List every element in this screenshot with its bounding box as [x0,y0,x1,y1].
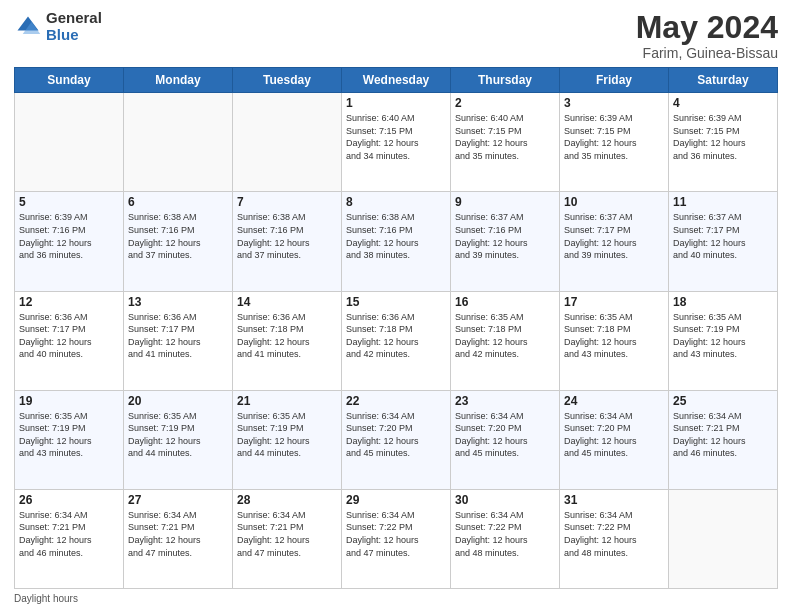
calendar-week-1: 5Sunrise: 6:39 AM Sunset: 7:16 PM Daylig… [15,192,778,291]
day-number: 23 [455,394,555,408]
calendar-cell: 28Sunrise: 6:34 AM Sunset: 7:21 PM Dayli… [233,489,342,588]
calendar-cell: 9Sunrise: 6:37 AM Sunset: 7:16 PM Daylig… [451,192,560,291]
day-number: 3 [564,96,664,110]
calendar-cell: 20Sunrise: 6:35 AM Sunset: 7:19 PM Dayli… [124,390,233,489]
header-saturday: Saturday [669,68,778,93]
calendar-title: May 2024 [636,10,778,45]
calendar-cell: 6Sunrise: 6:38 AM Sunset: 7:16 PM Daylig… [124,192,233,291]
logo-blue-text: Blue [46,27,102,44]
day-number: 15 [346,295,446,309]
calendar-cell: 31Sunrise: 6:34 AM Sunset: 7:22 PM Dayli… [560,489,669,588]
day-info: Sunrise: 6:39 AM Sunset: 7:15 PM Dayligh… [564,112,664,162]
day-number: 5 [19,195,119,209]
header-monday: Monday [124,68,233,93]
logo-text: General Blue [46,10,102,43]
day-info: Sunrise: 6:37 AM Sunset: 7:16 PM Dayligh… [455,211,555,261]
calendar-cell: 14Sunrise: 6:36 AM Sunset: 7:18 PM Dayli… [233,291,342,390]
day-number: 26 [19,493,119,507]
day-number: 13 [128,295,228,309]
day-info: Sunrise: 6:35 AM Sunset: 7:19 PM Dayligh… [237,410,337,460]
day-info: Sunrise: 6:35 AM Sunset: 7:19 PM Dayligh… [19,410,119,460]
logo-icon [14,13,42,41]
calendar-cell [669,489,778,588]
header-wednesday: Wednesday [342,68,451,93]
day-info: Sunrise: 6:34 AM Sunset: 7:22 PM Dayligh… [564,509,664,559]
day-info: Sunrise: 6:34 AM Sunset: 7:21 PM Dayligh… [237,509,337,559]
page: General Blue May 2024 Farim, Guinea-Biss… [0,0,792,612]
calendar-cell [15,93,124,192]
day-info: Sunrise: 6:35 AM Sunset: 7:18 PM Dayligh… [564,311,664,361]
day-number: 16 [455,295,555,309]
daylight-label: Daylight hours [14,593,78,604]
calendar-cell: 30Sunrise: 6:34 AM Sunset: 7:22 PM Dayli… [451,489,560,588]
day-info: Sunrise: 6:36 AM Sunset: 7:18 PM Dayligh… [237,311,337,361]
day-info: Sunrise: 6:37 AM Sunset: 7:17 PM Dayligh… [564,211,664,261]
calendar-week-0: 1Sunrise: 6:40 AM Sunset: 7:15 PM Daylig… [15,93,778,192]
calendar-cell: 5Sunrise: 6:39 AM Sunset: 7:16 PM Daylig… [15,192,124,291]
day-number: 10 [564,195,664,209]
day-number: 1 [346,96,446,110]
day-number: 7 [237,195,337,209]
day-number: 22 [346,394,446,408]
day-info: Sunrise: 6:34 AM Sunset: 7:22 PM Dayligh… [455,509,555,559]
calendar-cell: 23Sunrise: 6:34 AM Sunset: 7:20 PM Dayli… [451,390,560,489]
calendar-location: Farim, Guinea-Bissau [636,45,778,61]
day-number: 25 [673,394,773,408]
calendar-cell: 1Sunrise: 6:40 AM Sunset: 7:15 PM Daylig… [342,93,451,192]
day-number: 8 [346,195,446,209]
calendar-cell: 3Sunrise: 6:39 AM Sunset: 7:15 PM Daylig… [560,93,669,192]
header-thursday: Thursday [451,68,560,93]
title-block: May 2024 Farim, Guinea-Bissau [636,10,778,61]
day-info: Sunrise: 6:38 AM Sunset: 7:16 PM Dayligh… [237,211,337,261]
calendar-cell: 27Sunrise: 6:34 AM Sunset: 7:21 PM Dayli… [124,489,233,588]
calendar-cell: 10Sunrise: 6:37 AM Sunset: 7:17 PM Dayli… [560,192,669,291]
day-info: Sunrise: 6:34 AM Sunset: 7:20 PM Dayligh… [455,410,555,460]
calendar-table: Sunday Monday Tuesday Wednesday Thursday… [14,67,778,589]
calendar-week-4: 26Sunrise: 6:34 AM Sunset: 7:21 PM Dayli… [15,489,778,588]
day-number: 28 [237,493,337,507]
header: General Blue May 2024 Farim, Guinea-Biss… [14,10,778,61]
calendar-cell: 17Sunrise: 6:35 AM Sunset: 7:18 PM Dayli… [560,291,669,390]
day-info: Sunrise: 6:35 AM Sunset: 7:19 PM Dayligh… [128,410,228,460]
header-sunday: Sunday [15,68,124,93]
day-info: Sunrise: 6:34 AM Sunset: 7:20 PM Dayligh… [564,410,664,460]
calendar-cell: 7Sunrise: 6:38 AM Sunset: 7:16 PM Daylig… [233,192,342,291]
day-info: Sunrise: 6:38 AM Sunset: 7:16 PM Dayligh… [346,211,446,261]
calendar-cell: 13Sunrise: 6:36 AM Sunset: 7:17 PM Dayli… [124,291,233,390]
day-info: Sunrise: 6:35 AM Sunset: 7:19 PM Dayligh… [673,311,773,361]
header-friday: Friday [560,68,669,93]
day-info: Sunrise: 6:37 AM Sunset: 7:17 PM Dayligh… [673,211,773,261]
logo: General Blue [14,10,102,43]
day-number: 19 [19,394,119,408]
calendar-cell: 19Sunrise: 6:35 AM Sunset: 7:19 PM Dayli… [15,390,124,489]
day-info: Sunrise: 6:35 AM Sunset: 7:18 PM Dayligh… [455,311,555,361]
day-info: Sunrise: 6:36 AM Sunset: 7:17 PM Dayligh… [128,311,228,361]
day-number: 30 [455,493,555,507]
calendar-cell: 29Sunrise: 6:34 AM Sunset: 7:22 PM Dayli… [342,489,451,588]
calendar-cell: 26Sunrise: 6:34 AM Sunset: 7:21 PM Dayli… [15,489,124,588]
footer: Daylight hours [14,593,778,604]
day-number: 29 [346,493,446,507]
day-number: 9 [455,195,555,209]
day-number: 6 [128,195,228,209]
calendar-cell: 24Sunrise: 6:34 AM Sunset: 7:20 PM Dayli… [560,390,669,489]
day-number: 31 [564,493,664,507]
day-number: 11 [673,195,773,209]
day-info: Sunrise: 6:36 AM Sunset: 7:17 PM Dayligh… [19,311,119,361]
calendar-week-3: 19Sunrise: 6:35 AM Sunset: 7:19 PM Dayli… [15,390,778,489]
day-info: Sunrise: 6:34 AM Sunset: 7:20 PM Dayligh… [346,410,446,460]
day-info: Sunrise: 6:40 AM Sunset: 7:15 PM Dayligh… [346,112,446,162]
day-number: 24 [564,394,664,408]
day-number: 12 [19,295,119,309]
weekday-header-row: Sunday Monday Tuesday Wednesday Thursday… [15,68,778,93]
calendar-cell [124,93,233,192]
day-info: Sunrise: 6:38 AM Sunset: 7:16 PM Dayligh… [128,211,228,261]
day-info: Sunrise: 6:39 AM Sunset: 7:16 PM Dayligh… [19,211,119,261]
day-number: 20 [128,394,228,408]
calendar-cell: 25Sunrise: 6:34 AM Sunset: 7:21 PM Dayli… [669,390,778,489]
day-info: Sunrise: 6:34 AM Sunset: 7:22 PM Dayligh… [346,509,446,559]
day-info: Sunrise: 6:34 AM Sunset: 7:21 PM Dayligh… [128,509,228,559]
day-number: 2 [455,96,555,110]
day-info: Sunrise: 6:39 AM Sunset: 7:15 PM Dayligh… [673,112,773,162]
day-info: Sunrise: 6:34 AM Sunset: 7:21 PM Dayligh… [19,509,119,559]
